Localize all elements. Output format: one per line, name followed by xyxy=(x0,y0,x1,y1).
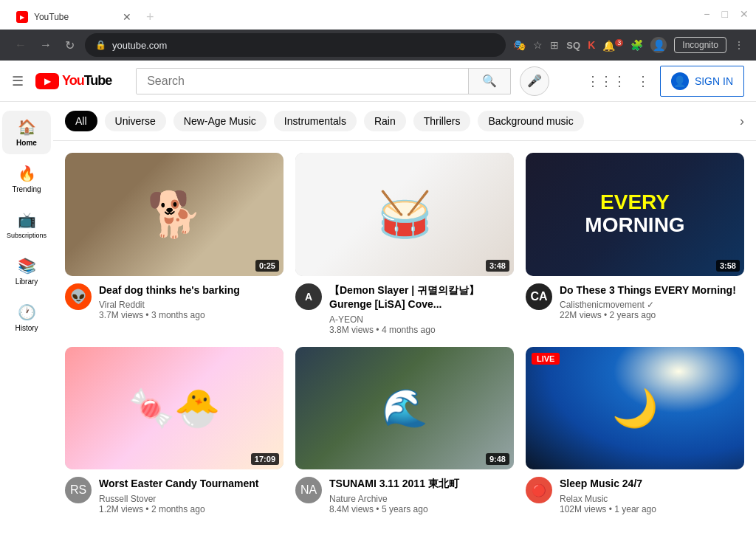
thumbnail-img-6: 🌙 xyxy=(526,347,744,470)
tab-close-button[interactable]: ✕ xyxy=(123,11,131,23)
video-card-4[interactable]: 🍬🐣 17:09 RS Worst Easter Candy Tournamen… xyxy=(65,347,284,514)
notification-icon[interactable]: 🔔3 xyxy=(602,39,623,52)
sign-in-person-icon: 👤 xyxy=(671,72,689,90)
apps-icon[interactable]: ⋮⋮⋮ xyxy=(586,73,626,89)
sidebar-item-library[interactable]: 📚 Library xyxy=(2,249,51,293)
video-views-6: 102M views • 1 year ago xyxy=(560,504,744,514)
youtube-header: ☰ YouTube 🔍 🎤 ⋮⋮⋮ ⋮ 👤 SIGN IN xyxy=(0,61,756,102)
sidebar-label-home: Home xyxy=(16,139,37,147)
sign-in-button[interactable]: 👤 SIGN IN xyxy=(660,66,744,97)
extensions-grid-icon[interactable]: ⊞ xyxy=(550,39,559,51)
back-button[interactable]: ← xyxy=(12,35,30,55)
video-duration-4: 17:09 xyxy=(251,453,279,465)
menu-icon[interactable]: ☰ xyxy=(12,73,24,89)
camouflage-icon: 🎭 xyxy=(513,39,526,51)
channel-name-5: Nature Archive xyxy=(329,494,514,504)
filter-universe[interactable]: Universe xyxy=(105,111,166,131)
video-title-5: TSUNAMI 3.11 2011 東北町 xyxy=(329,477,514,492)
youtube-sidebar: 🏠 Home 🔥 Trending 📺 Subscriptions 📚 Libr… xyxy=(0,102,53,541)
browser-addressbar: ← → ↻ 🔒 youtube.com 🎭 ☆ ⊞ SQ K 🔔3 🧩 👤 In… xyxy=(0,30,756,61)
live-badge: LIVE xyxy=(532,353,560,365)
close-button[interactable]: ✕ xyxy=(740,8,749,20)
browser-chrome: YouTube ✕ + − □ ✕ ← → ↻ 🔒 youtube.com 🎭 … xyxy=(0,0,756,61)
video-thumbnail-4: 🍬🐣 17:09 xyxy=(65,347,284,470)
filter-more-icon[interactable]: › xyxy=(740,114,744,129)
video-thumbnail-2: 🥁 3:48 xyxy=(295,153,514,276)
video-card-5[interactable]: 🌊 9:48 NA TSUNAMI 3.11 2011 東北町 Nature A… xyxy=(295,347,514,514)
incognito-button[interactable]: Incognito xyxy=(674,37,726,53)
mic-button[interactable]: 🎤 xyxy=(520,66,549,96)
channel-avatar-5: NA xyxy=(295,477,322,503)
home-icon: 🏠 xyxy=(18,118,36,136)
browser-menu-icon[interactable]: ⋮ xyxy=(734,39,744,51)
youtube-logo[interactable]: YouTube xyxy=(35,73,111,89)
filter-thrillers[interactable]: Thrillers xyxy=(413,111,471,131)
sidebar-item-history[interactable]: 🕐 History xyxy=(2,296,51,340)
video-views-2: 3.8M views • 4 months ago xyxy=(329,325,514,335)
search-input[interactable] xyxy=(137,69,468,94)
video-card-2[interactable]: 🥁 3:48 A 【Demon Slayer | 귀멸의칼날】 Gurenge … xyxy=(295,153,514,335)
video-title-6: Sleep Music 24/7 xyxy=(560,477,744,492)
history-icon: 🕐 xyxy=(18,303,36,321)
browser-titlebar: YouTube ✕ + − □ ✕ xyxy=(0,0,756,30)
video-info-3: CA Do These 3 Things EVERY Morning! Cali… xyxy=(526,276,744,321)
sidebar-item-trending[interactable]: 🔥 Trending xyxy=(2,157,51,201)
video-card-6[interactable]: 🌙 LIVE 🔴 Sleep Music 24/7 Relax Music 10… xyxy=(526,347,744,514)
new-tab-button[interactable]: + xyxy=(146,10,154,25)
channel-name-4: Russell Stover xyxy=(99,494,284,504)
video-views-3: 22M views • 2 years ago xyxy=(560,310,744,320)
sidebar-item-subscriptions[interactable]: 📺 Subscriptions xyxy=(2,204,51,247)
trending-icon: 🔥 xyxy=(18,165,36,182)
video-meta-6: Sleep Music 24/7 Relax Music 102M views … xyxy=(560,477,744,514)
minimize-button[interactable]: − xyxy=(704,8,709,20)
browser-toolbar: 🎭 ☆ ⊞ SQ K 🔔3 🧩 👤 Incognito ⋮ xyxy=(513,37,744,53)
thumbnail-img-5: 🌊 xyxy=(295,347,514,470)
channel-name-1: Viral Reddit xyxy=(99,300,284,310)
youtube-app: ☰ YouTube 🔍 🎤 ⋮⋮⋮ ⋮ 👤 SIGN IN 🏠 xyxy=(0,61,756,541)
video-meta-1: Deaf dog thinks he's barking Viral Reddi… xyxy=(99,283,284,321)
video-info-5: NA TSUNAMI 3.11 2011 東北町 Nature Archive … xyxy=(295,469,514,514)
k-icon: K xyxy=(588,39,595,51)
filter-all[interactable]: All xyxy=(65,111,97,131)
forward-button[interactable]: → xyxy=(37,35,55,55)
tab-title: YouTube xyxy=(34,12,69,22)
video-thumbnail-1: 🐕 0:25 xyxy=(65,153,284,276)
more-options-icon[interactable]: ⋮ xyxy=(636,73,650,89)
channel-name-2: A-YEON xyxy=(329,314,514,325)
thumbnail-img-4: 🍬🐣 xyxy=(65,347,284,470)
video-duration-5: 9:48 xyxy=(486,453,509,465)
sidebar-label-trending: Trending xyxy=(12,185,41,193)
filter-instrumentals[interactable]: Instrumentals xyxy=(274,111,357,131)
header-right: ⋮⋮⋮ ⋮ 👤 SIGN IN xyxy=(586,66,744,97)
video-views-4: 1.2M views • 2 months ago xyxy=(99,504,284,514)
video-card-3[interactable]: EVERYMORNING 3:58 CA Do These 3 Things E… xyxy=(526,153,744,335)
video-duration-1: 0:25 xyxy=(255,260,279,272)
filter-rain[interactable]: Rain xyxy=(364,111,406,131)
active-tab[interactable]: YouTube ✕ xyxy=(7,5,140,29)
video-info-4: RS Worst Easter Candy Tournament Russell… xyxy=(65,469,284,514)
filter-bgmusic[interactable]: Background music xyxy=(478,111,583,131)
url-bar[interactable]: 🔒 youtube.com xyxy=(85,33,506,57)
channel-avatar-3: CA xyxy=(526,283,552,310)
puzzle-icon[interactable]: 🧩 xyxy=(630,39,643,51)
video-card-1[interactable]: 🐕 0:25 👽 Deaf dog thinks he's barking Vi… xyxy=(65,153,284,335)
thumbnail-img-3: EVERYMORNING xyxy=(526,153,744,276)
video-meta-4: Worst Easter Candy Tournament Russell St… xyxy=(99,477,284,514)
bookmark-icon[interactable]: ☆ xyxy=(533,39,543,51)
video-thumbnail-3: EVERYMORNING 3:58 xyxy=(526,153,744,276)
maximize-button[interactable]: □ xyxy=(722,8,728,20)
search-box: 🔍 xyxy=(136,68,511,94)
youtube-main: All Universe New-Age Music Instrumentals… xyxy=(53,102,756,541)
filter-newage[interactable]: New-Age Music xyxy=(173,111,267,131)
search-container: 🔍 🎤 xyxy=(136,66,549,96)
video-duration-2: 3:48 xyxy=(486,260,509,272)
channel-avatar-2: A xyxy=(295,283,322,310)
sidebar-label-library: Library xyxy=(16,278,38,286)
sidebar-item-home[interactable]: 🏠 Home xyxy=(2,111,51,154)
youtube-body: 🏠 Home 🔥 Trending 📺 Subscriptions 📚 Libr… xyxy=(0,102,756,541)
sidebar-label-history: History xyxy=(15,324,38,332)
video-thumbnail-5: 🌊 9:48 xyxy=(295,347,514,470)
reload-button[interactable]: ↻ xyxy=(62,35,78,55)
search-button[interactable]: 🔍 xyxy=(468,69,510,94)
video-views-5: 8.4M views • 5 years ago xyxy=(329,504,514,514)
